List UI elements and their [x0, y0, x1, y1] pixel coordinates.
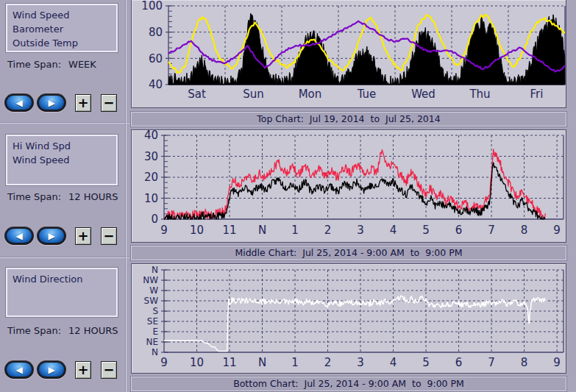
legend-item-wind-speed[interactable]: Wind Speed — [13, 8, 111, 22]
svg-text:9: 9 — [160, 224, 168, 237]
svg-text:N: N — [258, 356, 266, 369]
legend-item-wind-direction[interactable]: Wind Direction — [13, 272, 111, 286]
zoom-in-button[interactable]: + — [75, 361, 91, 379]
scroll-forward-button[interactable]: ▶ — [37, 360, 66, 379]
scroll-forward-button[interactable]: ▶ — [37, 93, 66, 112]
top-chart-legend[interactable]: Wind Speed Barometer Outside Temp — [6, 4, 118, 52]
svg-text:6: 6 — [455, 356, 463, 369]
svg-text:30: 30 — [144, 150, 158, 163]
time-span-label: Time Span: — [7, 325, 61, 336]
svg-text:Sun: Sun — [243, 88, 264, 101]
svg-text:9: 9 — [160, 356, 168, 369]
svg-text:Sat: Sat — [188, 88, 206, 101]
time-span-top: Time Span:WEEK — [7, 59, 96, 70]
svg-text:8: 8 — [521, 224, 528, 237]
svg-text:N: N — [258, 224, 266, 237]
legend-item-wind-speed[interactable]: Wind Speed — [13, 153, 111, 167]
svg-text:3: 3 — [357, 356, 364, 369]
time-span-value: WEEK — [68, 59, 96, 70]
bottom-chart-caption: Bottom Chart: Jul 25, 2014 - 9:00 AM to … — [131, 377, 566, 391]
svg-text:NW: NW — [143, 275, 158, 285]
svg-text:N: N — [152, 265, 158, 275]
bottom-chart-legend[interactable]: Wind Direction — [6, 268, 118, 317]
svg-text:100: 100 — [141, 0, 163, 13]
svg-text:9: 9 — [553, 356, 561, 369]
sidebar-divider — [0, 122, 129, 124]
svg-text:4: 4 — [390, 224, 397, 237]
scroll-forward-button[interactable]: ▶ — [37, 227, 66, 245]
svg-text:Mon: Mon — [299, 88, 322, 101]
svg-text:0: 0 — [151, 213, 158, 226]
time-span-label: Time Span: — [7, 191, 61, 202]
svg-text:2: 2 — [324, 224, 332, 237]
right-arrow-icon: ▶ — [48, 99, 54, 107]
time-span-value: 12 HOURS — [68, 191, 118, 202]
svg-text:W: W — [149, 285, 158, 296]
bottom-chart-controls: Wind Direction Time Span:12 HOURS ◀ ▶ + … — [0, 257, 125, 392]
right-arrow-icon: ▶ — [48, 366, 54, 374]
zoom-in-button[interactable]: + — [75, 94, 91, 112]
left-arrow-icon: ◀ — [15, 232, 22, 240]
svg-text:Fri: Fri — [530, 88, 544, 101]
svg-text:10: 10 — [144, 192, 158, 205]
sidebar-divider — [0, 257, 129, 258]
bottom-chart: NNWWSWSSEENEN91011N123456789 — [131, 263, 566, 374]
svg-text:5: 5 — [422, 224, 430, 237]
svg-text:20: 20 — [144, 171, 158, 184]
scroll-back-button[interactable]: ◀ — [4, 360, 34, 379]
scroll-forward-face: ▶ — [39, 229, 64, 243]
svg-text:Wed: Wed — [411, 88, 435, 101]
svg-text:1: 1 — [291, 224, 299, 237]
svg-text:40: 40 — [149, 78, 163, 91]
svg-text:10: 10 — [190, 224, 204, 237]
svg-text:3: 3 — [357, 224, 364, 237]
svg-text:NE: NE — [146, 337, 158, 347]
top-chart-controls: Wind Speed Barometer Outside Temp Time S… — [0, 0, 125, 122]
scroll-forward-face: ▶ — [39, 96, 64, 110]
svg-text:11: 11 — [222, 356, 236, 369]
top-chart-caption: Top Chart: Jul 19, 2014 to Jul 25, 2014 — [131, 112, 566, 126]
svg-text:N: N — [152, 347, 158, 357]
svg-text:40: 40 — [144, 130, 158, 142]
svg-text:80: 80 — [149, 26, 163, 39]
middle-chart: 01020304091011N123456789 — [131, 129, 566, 243]
svg-text:4: 4 — [390, 356, 397, 369]
scroll-back-button[interactable]: ◀ — [4, 227, 34, 245]
time-span-label: Time Span: — [7, 59, 61, 70]
zoom-out-button[interactable]: − — [101, 227, 117, 245]
svg-text:9: 9 — [553, 224, 561, 237]
svg-text:10: 10 — [190, 356, 204, 369]
legend-item-barometer[interactable]: Barometer — [13, 22, 111, 36]
svg-text:7: 7 — [488, 224, 495, 237]
time-span-value: 12 HOURS — [68, 325, 118, 336]
svg-text:E: E — [152, 327, 158, 337]
legend-item-hi-wind-spd[interactable]: Hi Wind Spd — [13, 139, 111, 153]
time-span-bottom: Time Span:12 HOURS — [7, 325, 118, 336]
middle-chart-plot: 01020304091011N123456789 — [132, 130, 566, 242]
svg-text:2: 2 — [324, 356, 332, 369]
top-chart: 406080100SatSunMonTueWedThuFri — [131, 0, 566, 108]
scroll-back-button[interactable]: ◀ — [4, 93, 34, 112]
svg-text:Tue: Tue — [357, 88, 377, 101]
svg-text:S: S — [152, 306, 158, 316]
scroll-back-face: ◀ — [7, 96, 32, 110]
svg-text:11: 11 — [222, 224, 236, 237]
left-arrow-icon: ◀ — [15, 366, 22, 374]
bottom-chart-plot: NNWWSWSSEENEN91011N123456789 — [132, 264, 566, 373]
scroll-forward-face: ▶ — [39, 363, 64, 377]
svg-text:8: 8 — [521, 356, 528, 369]
zoom-out-button[interactable]: − — [101, 94, 117, 112]
legend-item-outside-temp[interactable]: Outside Temp — [13, 36, 111, 50]
zoom-out-button[interactable]: − — [101, 361, 117, 379]
middle-chart-legend[interactable]: Hi Wind Spd Wind Speed — [6, 135, 118, 185]
top-chart-plot: 406080100SatSunMonTueWedThuFri — [132, 0, 566, 107]
scroll-back-face: ◀ — [7, 363, 32, 377]
scroll-back-face: ◀ — [7, 229, 32, 243]
zoom-in-button[interactable]: + — [75, 227, 91, 245]
sidebar-chart-separator — [125, 0, 127, 392]
svg-text:7: 7 — [488, 356, 495, 369]
svg-text:5: 5 — [422, 356, 430, 369]
svg-text:SW: SW — [144, 296, 159, 306]
svg-text:6: 6 — [455, 224, 463, 237]
svg-text:Thu: Thu — [469, 88, 490, 101]
